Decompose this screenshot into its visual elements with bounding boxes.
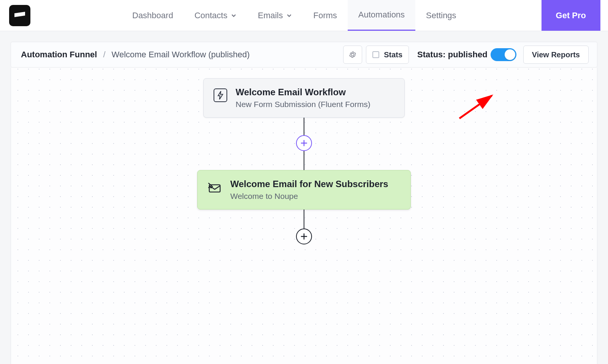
- trigger-node[interactable]: Welcome Email Workflow New Form Submissi…: [203, 78, 405, 118]
- nav-automations-label: Automations: [358, 10, 405, 20]
- breadcrumb-page: Welcome Email Workflow (published): [112, 50, 250, 60]
- chevron-down-icon: [231, 13, 236, 18]
- stats-checkbox[interactable]: [372, 51, 379, 58]
- settings-button[interactable]: [343, 46, 362, 64]
- chevron-down-icon: [287, 13, 292, 18]
- trigger-text: Welcome Email Workflow New Form Submissi…: [236, 87, 370, 109]
- toggle-knob: [505, 49, 515, 60]
- action-title: Welcome Email for New Subscribers: [230, 179, 388, 189]
- status-label: Status: published: [417, 50, 488, 60]
- logo-icon: [12, 8, 27, 23]
- publish-toggle[interactable]: [491, 48, 516, 61]
- breadcrumb-separator: /: [103, 50, 105, 60]
- action-subtitle: Welcome to Noupe: [230, 192, 388, 201]
- trigger-badge: [214, 88, 227, 102]
- nav-settings[interactable]: Settings: [415, 0, 467, 31]
- nav-dashboard-label: Dashboard: [132, 11, 173, 20]
- connector-line: [304, 210, 305, 228]
- nav-forms[interactable]: Forms: [302, 0, 347, 31]
- plus-icon: [300, 139, 308, 147]
- add-step-primary-button[interactable]: [296, 135, 312, 151]
- action-text: Welcome Email for New Subscribers Welcom…: [230, 179, 388, 201]
- action-node[interactable]: Welcome Email for New Subscribers Welcom…: [197, 170, 411, 210]
- nav-contacts[interactable]: Contacts: [184, 0, 247, 31]
- stats-toggle-button[interactable]: Stats: [366, 46, 409, 64]
- breadcrumb-root[interactable]: Automation Funnel: [21, 50, 97, 60]
- nav-dashboard[interactable]: Dashboard: [122, 0, 184, 31]
- svg-line-0: [459, 96, 492, 118]
- top-navbar: Dashboard Contacts Emails Forms Automati…: [0, 0, 608, 31]
- lightning-icon: [217, 91, 224, 99]
- send-email-icon: [207, 180, 222, 195]
- connector-line: [304, 151, 305, 170]
- workflow-canvas[interactable]: Welcome Email Workflow New Form Submissi…: [11, 68, 597, 364]
- plus-icon: [300, 233, 308, 240]
- nav-emails-label: Emails: [258, 11, 283, 20]
- connector-line: [304, 118, 305, 135]
- add-step-secondary-button[interactable]: [296, 228, 312, 244]
- trigger-subtitle: New Form Submission (Fluent Forms): [236, 100, 370, 109]
- nav-settings-label: Settings: [426, 11, 456, 20]
- page-toolbar: Automation Funnel / Welcome Email Workfl…: [11, 42, 597, 68]
- nav-emails[interactable]: Emails: [247, 0, 302, 31]
- view-reports-button[interactable]: View Reports: [523, 46, 589, 64]
- get-pro-button[interactable]: Get Pro: [542, 0, 600, 31]
- trigger-title: Welcome Email Workflow: [236, 87, 370, 98]
- nav-automations[interactable]: Automations: [348, 0, 415, 31]
- nav-contacts-label: Contacts: [195, 11, 228, 20]
- nav-forms-label: Forms: [313, 11, 337, 20]
- annotation-arrow-icon: [456, 92, 497, 122]
- gear-icon: [349, 51, 356, 58]
- stats-label: Stats: [384, 50, 402, 59]
- app-logo[interactable]: [9, 5, 30, 26]
- get-pro-label: Get Pro: [556, 11, 586, 20]
- view-reports-label: View Reports: [532, 50, 580, 59]
- main-nav: Dashboard Contacts Emails Forms Automati…: [122, 0, 537, 31]
